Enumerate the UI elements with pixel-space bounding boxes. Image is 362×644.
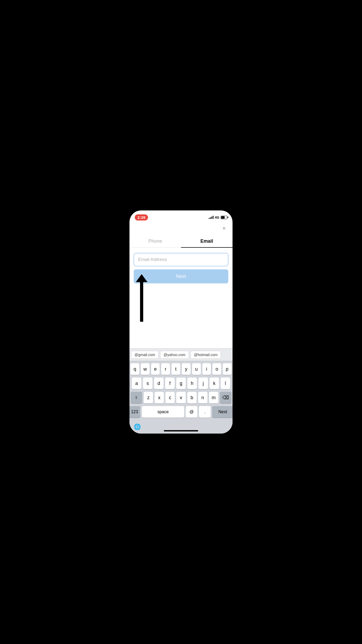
key-next[interactable]: Next [212,406,233,418]
key-o[interactable]: o [212,363,221,375]
keyboard-row-2: a s d f g h j k l [131,378,231,389]
key-r[interactable]: r [161,363,170,375]
close-button[interactable]: × [220,224,228,233]
key-x[interactable]: x [155,392,164,403]
key-n[interactable]: n [198,392,207,403]
form-area: Next [129,248,233,289]
key-h[interactable]: h [187,378,197,389]
keyboard-row-1: q w e r t y u i o p [131,363,231,375]
suggestion-yahoo[interactable]: @yahoo.com [160,351,189,359]
key-space[interactable]: space [142,406,184,418]
key-t[interactable]: t [171,363,180,375]
key-v[interactable]: v [176,392,185,403]
status-time: 2:39 [135,214,148,220]
key-z[interactable]: z [144,392,153,403]
key-delete[interactable]: ⌫ [220,392,231,403]
signal-icon [209,216,214,219]
key-e[interactable]: e [151,363,160,375]
key-at[interactable]: @ [186,406,197,418]
key-shift[interactable]: ⇧ [131,392,142,403]
tab-phone[interactable]: Phone [129,235,181,248]
key-period[interactable]: . [199,406,211,418]
email-suggestions-bar: @gmail.com @yahoo.com @hotmail.com [129,348,233,361]
home-indicator [164,430,198,431]
keyboard: q w e r t y u i o p a s d f g h j k [129,361,233,421]
keyboard-area: @gmail.com @yahoo.com @hotmail.com q w e… [129,348,233,434]
key-c[interactable]: c [165,392,175,403]
key-y[interactable]: y [182,363,191,375]
key-i[interactable]: i [202,363,211,375]
key-k[interactable]: k [210,378,219,389]
battery-icon [221,216,227,219]
key-g[interactable]: g [176,378,186,389]
key-m[interactable]: m [209,392,218,403]
status-bar: 2:39 4G [129,210,233,222]
key-u[interactable]: u [192,363,201,375]
keyboard-bottom-bar: 🌐 [129,421,233,434]
key-p[interactable]: p [223,363,231,375]
globe-icon[interactable]: 🌐 [134,424,141,430]
suggestion-hotmail[interactable]: @hotmail.com [191,351,221,359]
key-f[interactable]: f [165,378,175,389]
tab-bar: Phone Email [129,235,233,248]
key-d[interactable]: d [154,378,164,389]
key-j[interactable]: j [198,378,208,389]
key-w[interactable]: w [141,363,150,375]
network-type: 4G [215,215,219,219]
key-numbers[interactable]: 123 [129,406,140,418]
phone-frame: 2:39 4G × Phone Email Next [129,210,233,434]
empty-space [129,289,233,348]
key-a[interactable]: a [132,378,141,389]
key-s[interactable]: s [143,378,152,389]
suggestion-gmail[interactable]: @gmail.com [131,351,159,359]
status-icons: 4G [209,215,227,219]
tab-email[interactable]: Email [181,235,233,248]
keyboard-row-bottom: 123 space @ . Next [131,406,231,418]
next-button[interactable]: Next [134,269,228,283]
content-area: × Phone Email Next [129,222,233,348]
key-l[interactable]: l [221,378,230,389]
key-q[interactable]: q [131,363,139,375]
email-input[interactable] [134,253,228,266]
key-b[interactable]: b [187,392,197,403]
keyboard-row-3: ⇧ z x c v b n m ⌫ [131,392,231,403]
